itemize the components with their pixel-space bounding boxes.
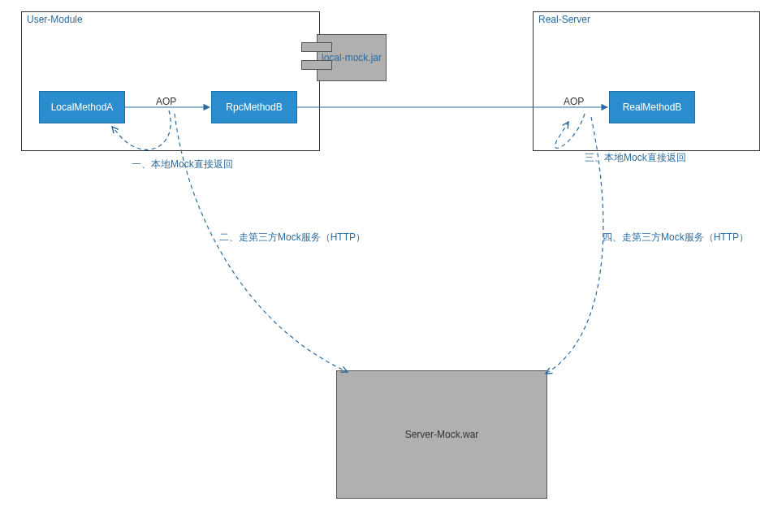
component-bar-top — [301, 42, 332, 52]
server-mock-war-label: Server-Mock.war — [405, 429, 479, 440]
real-server-title: Real-Server — [538, 14, 590, 25]
rpc-method-b-box: RpcMethodB — [211, 91, 297, 123]
local-method-a-box: LocalMethodA — [39, 91, 125, 123]
local-mock-jar-box: local-mock.jar — [317, 34, 387, 81]
note-4-label: 四、走第三方Mock服务（HTTP） — [603, 231, 749, 244]
real-method-b-box: RealMethodB — [609, 91, 695, 123]
server-mock-war-box: Server-Mock.war — [336, 370, 547, 499]
aop-label-2: AOP — [564, 96, 584, 107]
note-3-label: 三、本地Mock直接返回 — [585, 151, 686, 165]
note-1-label: 一、本地Mock直接返回 — [132, 158, 233, 171]
diagram-canvas: User-Module Real-Server local-mock.jar L… — [0, 0, 769, 532]
note-2-label: 二、走第三方Mock服务（HTTP） — [219, 231, 365, 244]
rpc-method-b-label: RpcMethodB — [226, 102, 282, 113]
user-module-box: User-Module — [21, 11, 320, 151]
local-method-a-label: LocalMethodA — [51, 102, 114, 113]
aop-label-1: AOP — [156, 96, 176, 107]
component-bar-bottom — [301, 60, 332, 70]
real-server-box: Real-Server — [533, 11, 760, 151]
real-method-b-label: RealMethodB — [623, 102, 682, 113]
user-module-title: User-Module — [27, 14, 83, 25]
